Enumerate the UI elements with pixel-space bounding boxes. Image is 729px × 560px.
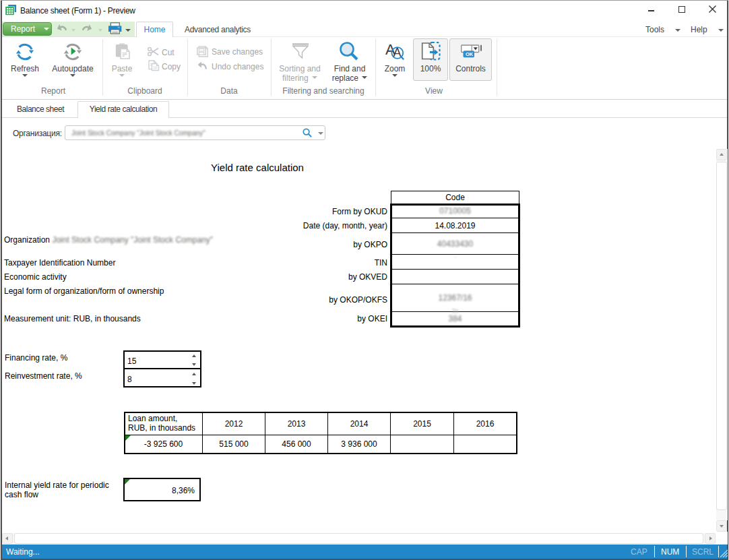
svg-text:OK: OK [466,51,474,57]
